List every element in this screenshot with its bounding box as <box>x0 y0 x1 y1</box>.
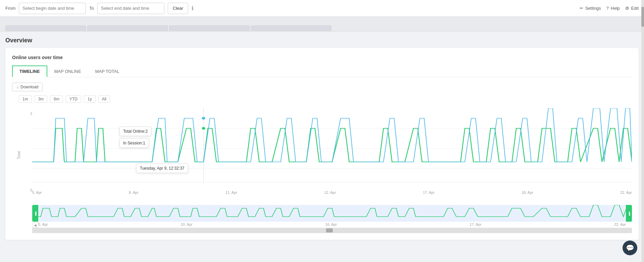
x-label-17apr: 17. Apr <box>423 190 435 194</box>
x-label-22apr: 22. Apr <box>620 190 632 194</box>
mini-x-labels: 5. Apr 10. Apr 16. Apr 17. Apr 22. Apr <box>32 222 632 226</box>
mini-chart: ▐ ▐ <box>32 205 632 222</box>
tab-map-online[interactable]: MAP ONLINE <box>47 66 88 77</box>
chart-container: Total 2 0 <box>12 108 632 202</box>
nav-tab-3[interactable] <box>169 26 250 31</box>
nav-tabs-bar <box>0 17 644 32</box>
clear-button[interactable]: Clear <box>168 3 188 14</box>
top-bar: From To Clear ℹ ✂ Settings ? Help ⚙ Edit <box>0 0 644 17</box>
overview-title: Overview <box>5 37 639 44</box>
y-axis-label: Total <box>17 151 21 159</box>
time-filters: 1m 3m 6m YTD 1y All <box>19 95 632 103</box>
chart-tabs: TIMELINE MAP ONLINE MAP TOTAL <box>12 66 632 77</box>
mini-x-5apr: 5. Apr <box>38 222 48 226</box>
scrollbar-area[interactable] <box>32 228 632 233</box>
tooltip-date: Tuesday, Apr 9, 12:32:37 <box>136 164 188 173</box>
x-label-12apr: 12. Apr <box>324 190 336 194</box>
info-icon[interactable]: ℹ <box>192 5 194 11</box>
download-label: Download <box>20 85 38 89</box>
settings-label: Settings <box>585 6 601 11</box>
settings-icon: ✂ <box>580 6 583 11</box>
help-icon: ? <box>606 6 609 11</box>
x-label-5apr: 5. Apr <box>32 190 42 194</box>
svg-point-6 <box>201 117 206 120</box>
filter-1m[interactable]: 1m <box>19 95 32 103</box>
edit-label: Edit <box>631 6 639 11</box>
y-axis-value-0: 0 <box>25 188 32 192</box>
scrollbar-thumb-h[interactable] <box>326 228 333 232</box>
top-bar-right: ✂ Settings ? Help ⚙ Edit <box>580 6 639 11</box>
begin-date-input[interactable] <box>19 3 86 14</box>
nav-tab-4[interactable] <box>251 26 331 31</box>
nav-tab-2[interactable] <box>87 26 168 31</box>
x-axis-labels: 5. Apr 8. Apr 11. Apr 12. Apr 17. Apr 18… <box>32 190 632 194</box>
scroll-left-arrow[interactable]: ◀ <box>32 222 38 228</box>
right-scrollbar[interactable] <box>641 0 644 262</box>
x-label-11apr: 11. Apr <box>225 190 237 194</box>
settings-button[interactable]: ✂ Settings <box>580 6 601 11</box>
chat-bubble[interactable]: 💬 <box>623 241 637 255</box>
top-bar-left: From To Clear ℹ <box>5 3 576 14</box>
scrollbar-thumb[interactable] <box>641 7 644 27</box>
filter-6m[interactable]: 6m <box>50 95 63 103</box>
edit-button[interactable]: ⚙ Edit <box>625 6 639 11</box>
from-label: From <box>5 6 15 11</box>
svg-point-5 <box>201 127 206 130</box>
mini-x-10apr: 10. Apr <box>181 222 193 226</box>
help-label: Help <box>611 6 620 11</box>
mini-x-16apr: 16. Apr <box>325 222 337 226</box>
download-button[interactable]: ↓ Download <box>12 83 43 91</box>
main-chart-svg <box>32 108 632 189</box>
mini-x-17apr: 17. Apr <box>470 222 481 226</box>
x-label-18apr: 18. Apr <box>522 190 533 194</box>
edit-icon: ⚙ <box>625 6 629 11</box>
filter-3m[interactable]: 3m <box>35 95 48 103</box>
y-axis-value-2: 2 <box>25 112 32 116</box>
tab-timeline[interactable]: TIMELINE <box>12 66 47 77</box>
download-icon: ↓ <box>16 85 18 89</box>
mini-chart-svg <box>32 205 632 222</box>
chat-icon: 💬 <box>626 244 634 252</box>
overview-section: Overview Online users over time TIMELINE… <box>0 32 644 245</box>
end-date-input[interactable] <box>97 3 164 14</box>
help-button[interactable]: ? Help <box>606 6 620 11</box>
tooltip-date-text: Tuesday, Apr 9, 12:32:37 <box>140 166 184 171</box>
chart-title: Online users over time <box>12 55 632 60</box>
x-label-8apr: 8. Apr <box>129 190 139 194</box>
chart-card: Online users over time TIMELINE MAP ONLI… <box>5 48 639 240</box>
filter-all[interactable]: All <box>98 95 110 103</box>
filter-ytd[interactable]: YTD <box>66 95 81 103</box>
tab-map-total[interactable]: MAP TOTAL <box>88 66 126 77</box>
mini-chart-container: ▐ ▐ 5. Apr 10. Apr 16. Apr 17. Apr 22. A… <box>32 205 632 233</box>
nav-tab-1[interactable] <box>5 26 86 31</box>
mini-x-22apr: 22. Apr <box>614 222 626 226</box>
filter-1y[interactable]: 1y <box>84 95 96 103</box>
to-label: To <box>89 6 94 11</box>
